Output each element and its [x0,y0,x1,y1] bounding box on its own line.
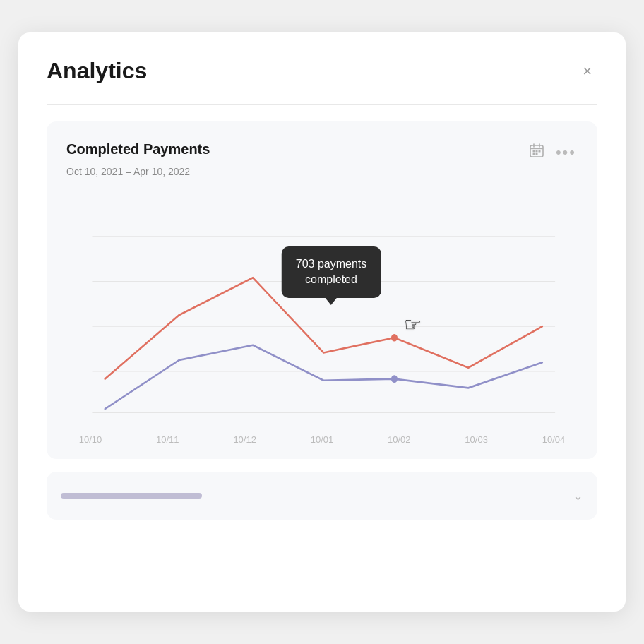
card2-bar [61,493,202,499]
completed-payments-card: Completed Payments ••• [47,121,597,459]
secondary-card[interactable]: ⌄ [47,472,597,520]
x-label-2: 10/12 [224,434,266,445]
x-label-4: 10/02 [378,434,420,445]
modal-title: Analytics [47,58,147,84]
svg-rect-7 [532,153,535,155]
header-divider [47,104,597,105]
svg-rect-5 [535,150,537,153]
x-label-6: 10/04 [532,434,575,445]
card-date-range: Oct 10, 2021 – Apr 10, 2022 [66,166,578,177]
purple-line [105,345,542,409]
card-header: Completed Payments ••• [66,141,578,163]
modal-header: Analytics × [47,58,597,84]
svg-rect-6 [538,150,540,153]
chart-area[interactable]: 703 payments completed ☞ [66,191,578,431]
chart-svg [66,191,578,431]
x-label-5: 10/03 [455,434,498,445]
calendar-icon [529,143,544,158]
card-actions: ••• [527,141,578,163]
x-label-1: 10/11 [146,434,189,445]
analytics-modal: Analytics × Completed Payments [18,32,626,612]
calendar-button[interactable] [527,141,546,163]
svg-rect-4 [532,150,535,153]
x-label-0: 10/10 [69,434,112,445]
close-button[interactable]: × [577,61,597,82]
x-label-3: 10/01 [301,434,343,445]
chevron-down-icon: ⌄ [573,488,583,503]
hover-dot-purple [391,375,398,383]
card-title: Completed Payments [66,141,210,157]
orange-line [105,278,542,378]
hover-dot-orange [391,334,398,342]
svg-rect-8 [535,153,537,155]
more-button[interactable]: ••• [554,142,578,163]
x-axis: 10/10 10/11 10/12 10/01 10/02 10/03 10/0… [66,434,578,445]
